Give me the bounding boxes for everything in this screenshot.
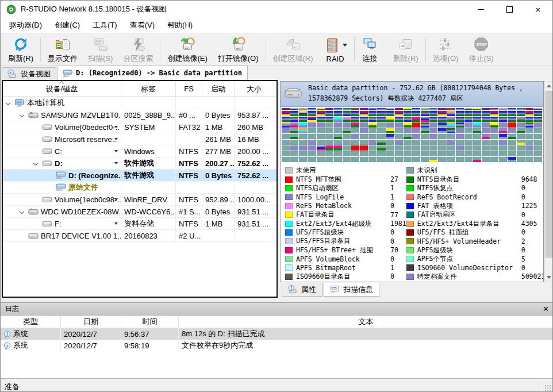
tree-row-3[interactable]: Microsoft reserve..261 MB16 MB bbox=[3, 133, 276, 145]
scan-scrollbar[interactable] bbox=[544, 81, 553, 282]
tab-recognized-partition[interactable]: Rec.D: (Recognized0) -> Basic data parti… bbox=[57, 66, 248, 80]
row-dropdown-caret[interactable] bbox=[114, 162, 118, 164]
menu-item-4[interactable]: 帮助(H) bbox=[161, 20, 199, 30]
log-row-0[interactable]: i系统2020/12/79:56:378m 12s 的 D: 扫描已完成 bbox=[1, 328, 553, 340]
block-cell bbox=[464, 117, 473, 122]
log-column-header-2[interactable]: 时间 bbox=[121, 316, 179, 328]
tree-row-5[interactable]: D:软件游戏NTFS200.27 ...752.62 ... bbox=[3, 157, 276, 170]
block-cell bbox=[421, 140, 429, 145]
legend-label: APFS BitmapRoot bbox=[296, 264, 387, 272]
block-cell bbox=[308, 140, 316, 145]
tree-row-9[interactable]: WDC WD10EZEX-08W...WD-WCC6Y6...#1 S...0 … bbox=[3, 206, 276, 218]
menu-item-2[interactable]: 工具(T) bbox=[86, 20, 124, 30]
row-dropdown-caret[interactable] bbox=[114, 222, 118, 225]
legend-color-chip bbox=[285, 203, 293, 209]
toolbar-separator bbox=[40, 37, 41, 62]
show-files-button[interactable]: 显示文件 bbox=[43, 33, 83, 66]
block-cell bbox=[404, 151, 412, 156]
row-dropdown-caret[interactable] bbox=[114, 150, 118, 152]
tab-properties[interactable]: i属性 bbox=[282, 283, 322, 297]
block-cell bbox=[482, 108, 490, 110]
tab-device-view[interactable]: i设备视图 bbox=[2, 67, 56, 80]
block-cell bbox=[308, 145, 316, 151]
tree-column-header-3[interactable]: 启动 bbox=[202, 81, 235, 97]
tree-column-header-2[interactable]: FS bbox=[176, 81, 202, 97]
minimize-button[interactable] bbox=[466, 1, 495, 18]
expand-chevron-icon[interactable] bbox=[33, 161, 38, 166]
log-close-icon[interactable]: ✕ bbox=[543, 305, 549, 313]
connect-button[interactable]: 连接 bbox=[356, 33, 384, 66]
scrollbar-up-arrow[interactable] bbox=[545, 82, 553, 90]
scrollbar-down-arrow[interactable] bbox=[545, 273, 553, 282]
row-dropdown-caret[interactable] bbox=[114, 198, 118, 201]
resize-grip[interactable] bbox=[544, 385, 551, 391]
toolbar-separator bbox=[160, 37, 160, 62]
block-cell bbox=[325, 134, 333, 139]
tree-column-header-0[interactable]: 设备/磁盘 bbox=[3, 81, 121, 97]
legend-label: 特定档案文件 bbox=[417, 272, 518, 281]
block-cell bbox=[404, 145, 412, 151]
raid-button[interactable]: RAID bbox=[318, 33, 352, 66]
block-cell bbox=[299, 145, 307, 151]
create-image-button[interactable]: 创建镜像(E) bbox=[162, 33, 212, 66]
tab-scan-information[interactable]: 扫描信息 bbox=[324, 283, 379, 297]
scan-block-map[interactable] bbox=[281, 107, 543, 163]
refresh-button[interactable]: 刷新(R) bbox=[3, 33, 39, 66]
block-cell bbox=[412, 111, 420, 116]
legend-item: UFS/FFS 柱面组0 bbox=[406, 228, 544, 237]
rec-drive-icon: Rec. bbox=[56, 171, 66, 179]
block-cell bbox=[290, 151, 298, 156]
log-column-header-1[interactable]: 日期 bbox=[61, 316, 121, 328]
tree-row-4[interactable]: C:WindowsNTFS277 MB200.00 ... bbox=[3, 145, 276, 157]
menu-item-1[interactable]: 创建(C) bbox=[48, 20, 86, 30]
log-column-label: 类型 bbox=[23, 317, 38, 327]
tree-row-8[interactable]: Volume{1ecb0c98-..WinRE_DRVNTFS952.89 ..… bbox=[3, 194, 276, 206]
show-files-icon bbox=[54, 36, 71, 53]
open-image-button[interactable]: 打开镜像(O) bbox=[213, 33, 264, 66]
legend-value: 1 bbox=[390, 193, 394, 201]
tree-row-7[interactable]: Rec.原始文件 bbox=[3, 182, 276, 194]
block-cell bbox=[386, 140, 394, 145]
log-column-header-0[interactable]: 类型 bbox=[1, 316, 61, 328]
block-cell bbox=[282, 157, 290, 162]
legend-value: 77 bbox=[390, 211, 398, 219]
delete-button: 删除(R) bbox=[388, 33, 424, 66]
expand-chevron-icon[interactable] bbox=[6, 101, 10, 105]
block-cell bbox=[395, 157, 403, 162]
tree-row-11[interactable]: BR17 DEVICE V1.00 1....20160823#2 U... bbox=[3, 230, 276, 242]
row-dropdown-caret[interactable] bbox=[114, 126, 118, 128]
block-cell bbox=[299, 140, 307, 145]
tree-column-header-1[interactable]: 标签 bbox=[121, 81, 176, 97]
legend-item: FAT 表格项1225 bbox=[406, 202, 544, 210]
maximize-button[interactable] bbox=[495, 1, 524, 18]
block-cell bbox=[386, 157, 394, 162]
tree-row-10[interactable]: F:资料存储NTFS1 MB931.51 ... bbox=[3, 218, 276, 230]
tree-row-name: 本地计算机 bbox=[3, 97, 121, 109]
block-cell bbox=[517, 117, 525, 122]
close-button[interactable]: × bbox=[524, 1, 552, 18]
row-dropdown-caret[interactable] bbox=[114, 138, 118, 140]
legend-item: NTFS LogFile1 bbox=[285, 193, 406, 201]
legend-label: UFS/FFS目录条目 bbox=[296, 237, 387, 245]
expand-chevron-icon[interactable] bbox=[20, 113, 24, 117]
log-type-text: 系统 bbox=[13, 340, 28, 351]
block-cell bbox=[525, 151, 533, 156]
menu-item-0[interactable]: 驱动器(D) bbox=[3, 20, 48, 30]
block-cell bbox=[395, 145, 403, 151]
menu-item-3[interactable]: 查看(V) bbox=[124, 20, 161, 30]
block-cell bbox=[317, 140, 325, 145]
tree-row-2[interactable]: Volume{0bedecf0-..SYSTEMFAT321 MB260 MB bbox=[3, 121, 276, 133]
block-cell bbox=[517, 111, 525, 116]
expand-chevron-icon[interactable] bbox=[20, 209, 24, 214]
block-cell bbox=[473, 151, 481, 156]
raid-dropdown-caret[interactable] bbox=[343, 44, 347, 47]
tree-row-6[interactable]: Rec.D: (Recognize...软件游戏NTFS0 Bytes752.6… bbox=[3, 170, 276, 182]
tree-row-1[interactable]: SAMSUNG MZVLB1T0...0025_388B_9...#0 ...0… bbox=[3, 109, 276, 121]
tree-column-header-4[interactable]: 大小 bbox=[235, 81, 274, 97]
block-cell bbox=[317, 108, 325, 110]
log-column-header-3[interactable]: 文本 bbox=[179, 316, 553, 328]
log-row-1[interactable]: i系统2020/12/79:58:19文件枚举在9秒内完成 bbox=[1, 340, 553, 351]
scrollbar-thumb[interactable] bbox=[546, 91, 552, 258]
tree-row-0[interactable]: 本地计算机 bbox=[3, 97, 276, 109]
toolbar-button-label: 显示文件 bbox=[48, 53, 78, 64]
